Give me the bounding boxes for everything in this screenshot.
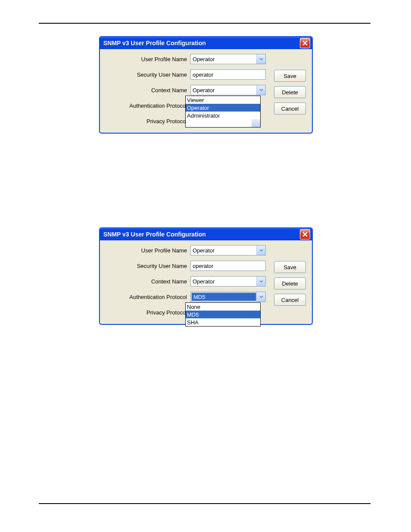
save-button[interactable]: Save [274, 261, 306, 273]
divider-bottom [39, 503, 371, 504]
button-column: Save Delete Cancel [274, 261, 306, 306]
label-security: Security User Name [105, 72, 190, 78]
cancel-button[interactable]: Cancel [274, 294, 306, 306]
label-profile: User Profile Name [105, 247, 190, 254]
close-icon [302, 232, 308, 237]
combo-context-button[interactable] [256, 277, 265, 286]
auth-dropdown-list[interactable]: None MD5 SHA [185, 302, 261, 327]
dropdown-option-sha[interactable]: SHA [186, 318, 260, 326]
close-button[interactable] [300, 229, 310, 240]
divider-top [39, 23, 371, 24]
delete-button[interactable]: Delete [274, 277, 306, 289]
close-icon [302, 40, 308, 46]
dropdown-option-none[interactable]: None [186, 303, 260, 311]
chevron-down-icon [259, 249, 263, 252]
label-context: Context Name [105, 87, 190, 93]
row-profile: User Profile Name Operator [105, 245, 307, 256]
snmp-profile-dialog-2: SNMP v3 User Profile Configuration User … [99, 227, 313, 325]
combo-auth[interactable]: MD5 [190, 292, 266, 302]
dropdown-scroll[interactable] [252, 119, 260, 127]
dropdown-option-administrator[interactable]: Administrator [186, 112, 260, 119]
combo-context[interactable]: Operator [190, 276, 266, 286]
snmp-profile-dialog-1: SNMP v3 User Profile Configuration User … [99, 36, 313, 134]
combo-profile-button[interactable] [256, 246, 265, 255]
context-dropdown-list[interactable]: Viewer Operator Administrator [185, 96, 261, 128]
combo-context-button[interactable] [256, 85, 265, 95]
combo-profile-value: Operator [191, 247, 256, 254]
combo-context[interactable]: Operator [190, 85, 266, 95]
input-security[interactable] [190, 69, 266, 80]
dropdown-option-md5[interactable]: MD5 [186, 311, 260, 318]
dropdown-option-viewer[interactable]: Viewer [186, 96, 260, 104]
chevron-down-icon [259, 58, 263, 60]
row-profile: User Profile Name Operator [105, 53, 307, 65]
titlebar[interactable]: SNMP v3 User Profile Configuration [100, 228, 312, 240]
window-title: SNMP v3 User Profile Configuration [103, 231, 300, 238]
label-privacy: Privacy Protocol [105, 118, 190, 124]
chevron-down-icon [259, 280, 263, 283]
label-auth: Authentication Protocol [105, 294, 190, 300]
input-security[interactable] [190, 261, 266, 271]
label-privacy: Privacy Protocol [105, 309, 190, 316]
combo-profile-value: Operator [191, 56, 256, 62]
combo-context-value: Operator [191, 87, 256, 93]
combo-context-value: Operator [191, 278, 256, 285]
save-button[interactable]: Save [274, 70, 306, 82]
combo-profile[interactable]: Operator [190, 54, 266, 64]
delete-button[interactable]: Delete [274, 86, 306, 98]
cancel-button[interactable]: Cancel [274, 103, 306, 115]
label-security: Security User Name [105, 263, 190, 269]
combo-profile-button[interactable] [256, 54, 265, 64]
combo-auth-button[interactable] [256, 292, 265, 302]
label-profile: User Profile Name [105, 56, 190, 62]
window-title: SNMP v3 User Profile Configuration [103, 40, 300, 47]
dialog-body: User Profile Name Operator Security User… [100, 240, 312, 324]
chevron-down-icon [259, 296, 263, 298]
dropdown-option-operator[interactable]: Operator [186, 104, 260, 112]
titlebar[interactable]: SNMP v3 User Profile Configuration [100, 37, 312, 49]
label-context: Context Name [105, 278, 190, 285]
close-button[interactable] [300, 38, 310, 48]
combo-auth-value: MD5 [191, 292, 256, 301]
chevron-down-icon [259, 89, 263, 91]
label-auth: Authentication Protocol [105, 103, 190, 109]
button-column: Save Delete Cancel [274, 70, 306, 115]
dialog-body: User Profile Name Operator Security User… [100, 49, 312, 133]
combo-profile[interactable]: Operator [190, 245, 266, 255]
